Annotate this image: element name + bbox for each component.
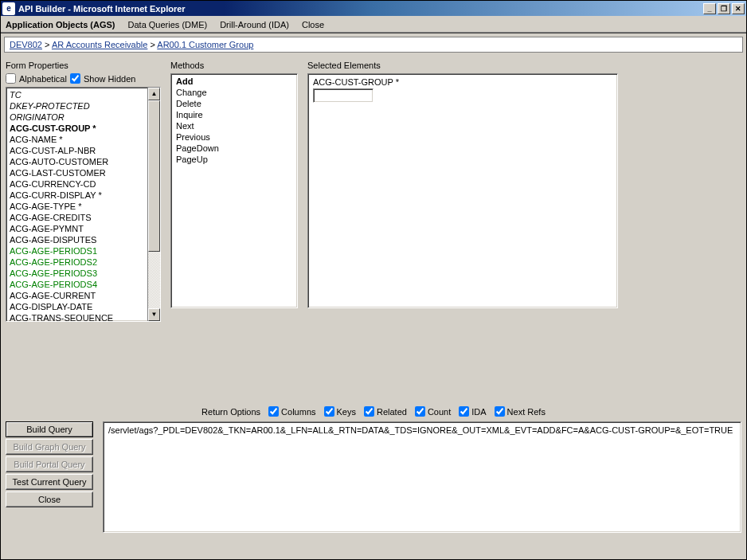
form-properties-label: Form Properties <box>6 61 161 70</box>
return-opt-keys[interactable]: Keys <box>324 406 356 417</box>
form-property-item[interactable]: DKEY-PROTECTED <box>10 100 144 112</box>
form-properties-list[interactable]: TCDKEY-PROTECTEDORIGINATORACG-CUST-GROUP… <box>6 87 161 322</box>
form-property-item[interactable]: TC <box>10 89 144 100</box>
window-title: API Builder - Microsoft Internet Explore… <box>18 4 702 14</box>
minimize-icon: _ <box>707 5 711 13</box>
form-property-item[interactable]: ACG-AGE-PERIODS2 <box>10 257 144 268</box>
build-portal-query-button[interactable]: Build Portal Query <box>6 456 93 472</box>
scroll-thumb[interactable] <box>148 100 160 252</box>
return-options: Return Options Columns Keys Related Coun… <box>1 406 746 417</box>
close-window-button[interactable]: ✕ <box>732 3 745 14</box>
return-opt-count[interactable]: Count <box>415 406 451 417</box>
form-property-item[interactable]: ACG-AGE-PERIODS3 <box>10 268 144 279</box>
return-opt-nextrefs[interactable]: Next Refs <box>495 406 546 417</box>
scroll-track[interactable] <box>148 100 160 308</box>
keys-checkbox[interactable] <box>324 406 334 417</box>
ida-checkbox[interactable] <box>459 406 469 417</box>
minimize-button[interactable]: _ <box>703 3 716 14</box>
selected-elements-panel: Selected Elements ACG-CUST-GROUP * <box>307 61 618 322</box>
method-item[interactable]: PageDown <box>176 143 292 154</box>
test-current-query-button[interactable]: Test Current Query <box>6 474 93 490</box>
breadcrumb-sep-1: > <box>147 40 157 49</box>
form-property-item[interactable]: ACG-LAST-CUSTOMER <box>10 167 144 178</box>
close-button[interactable]: Close <box>6 491 93 507</box>
form-property-item[interactable]: ACG-AGE-CURRENT <box>10 290 144 301</box>
form-property-item[interactable]: ACG-CURRENCY-CD <box>10 178 144 190</box>
selected-item-input[interactable] <box>313 88 374 103</box>
menubar: Application Objects (AGS) Data Queries (… <box>1 16 746 33</box>
method-item[interactable]: Change <box>176 87 292 98</box>
related-checkbox[interactable] <box>364 406 374 417</box>
query-output[interactable]: /servlet/ags?_PDL=DEV802&_TKN=AR00.1&_LF… <box>103 421 741 533</box>
methods-label: Methods <box>170 61 298 70</box>
form-property-item[interactable]: ACG-DISPLAY-DATE <box>10 301 144 312</box>
form-property-item[interactable]: ACG-CUST-GROUP * <box>10 123 144 134</box>
alphabetical-label[interactable]: Alphabetical <box>19 74 67 84</box>
restore-icon: ❐ <box>721 5 727 13</box>
build-graph-query-button[interactable]: Build Graph Query <box>6 439 93 455</box>
form-property-item[interactable]: ACG-AGE-PYMNT <box>10 223 144 234</box>
close-icon: ✕ <box>735 5 741 13</box>
form-property-item[interactable]: ACG-TRANS-SEQUENCE <box>10 312 144 321</box>
methods-panel: Methods AddChangeDeleteInquireNextPrevio… <box>170 61 298 322</box>
selected-item-label: ACG-CUST-GROUP * <box>313 77 399 87</box>
method-item[interactable]: Inquire <box>176 109 292 120</box>
breadcrumb: DEV802 > AR Accounts Receivable > AR00.1… <box>4 37 743 53</box>
breadcrumb-item-0[interactable]: DEV802 <box>10 40 42 49</box>
menu-close[interactable]: Close <box>302 20 324 29</box>
workarea: Form Properties Alphabetical Show Hidden… <box>1 56 746 327</box>
method-item[interactable]: Next <box>176 120 292 131</box>
form-property-item[interactable]: ORIGINATOR <box>10 112 144 123</box>
breadcrumb-item-2[interactable]: AR00.1 Customer Group <box>157 40 253 49</box>
bottom-row: Build Query Build Graph Query Build Port… <box>1 417 746 538</box>
form-property-item[interactable]: ACG-AGE-TYPE * <box>10 201 144 212</box>
ie-icon: e <box>2 2 15 15</box>
selected-item-0[interactable]: ACG-CUST-GROUP * <box>313 77 612 104</box>
alphabetical-checkbox[interactable] <box>6 73 16 84</box>
form-properties-panel: Form Properties Alphabetical Show Hidden… <box>6 61 161 322</box>
form-properties-scrollbar[interactable]: ▲ ▼ <box>147 88 160 321</box>
menu-app-objects[interactable]: Application Objects (AGS) <box>6 20 115 29</box>
return-opt-related[interactable]: Related <box>364 406 407 417</box>
method-item[interactable]: Previous <box>176 131 292 143</box>
restore-button[interactable]: ❐ <box>718 3 730 14</box>
selected-elements-label: Selected Elements <box>307 61 618 70</box>
form-property-item[interactable]: ACG-AUTO-CUSTOMER <box>10 156 144 167</box>
form-property-item[interactable]: ACG-AGE-PERIODS4 <box>10 279 144 290</box>
selected-elements-list[interactable]: ACG-CUST-GROUP * <box>307 73 618 308</box>
window-titlebar: e API Builder - Microsoft Internet Explo… <box>1 1 746 16</box>
methods-list[interactable]: AddChangeDeleteInquireNextPreviousPageDo… <box>170 73 298 308</box>
button-stack: Build Query Build Graph Query Build Port… <box>6 421 93 507</box>
menu-drill-around[interactable]: Drill-Around (IDA) <box>220 20 289 29</box>
form-property-item[interactable]: ACG-AGE-PERIODS1 <box>10 245 144 257</box>
method-item[interactable]: Add <box>176 76 292 87</box>
build-query-button[interactable]: Build Query <box>6 421 93 437</box>
menu-data-queries[interactable]: Data Queries (DME) <box>128 20 208 29</box>
return-opt-ida[interactable]: IDA <box>459 406 486 417</box>
method-item[interactable]: Delete <box>176 98 292 109</box>
return-options-label: Return Options <box>201 407 260 417</box>
breadcrumb-sep-0: > <box>42 40 52 49</box>
form-property-item[interactable]: ACG-AGE-CREDITS <box>10 212 144 223</box>
form-property-item[interactable]: ACG-NAME * <box>10 134 144 145</box>
show-hidden-label[interactable]: Show Hidden <box>84 74 135 84</box>
count-checkbox[interactable] <box>415 406 425 417</box>
form-properties-options: Alphabetical Show Hidden <box>6 73 161 84</box>
columns-checkbox[interactable] <box>268 406 279 417</box>
scroll-up-button[interactable]: ▲ <box>148 88 160 100</box>
nextrefs-checkbox[interactable] <box>495 406 505 417</box>
form-property-item[interactable]: ACG-AGE-DISPUTES <box>10 234 144 245</box>
method-item[interactable]: PageUp <box>176 154 292 165</box>
form-property-item[interactable]: ACG-CURR-DISPLAY * <box>10 190 144 201</box>
window-controls: _ ❐ ✕ <box>702 3 745 14</box>
show-hidden-checkbox[interactable] <box>70 73 80 84</box>
scroll-down-button[interactable]: ▼ <box>148 308 160 321</box>
breadcrumb-item-1[interactable]: AR Accounts Receivable <box>52 40 147 49</box>
return-opt-columns[interactable]: Columns <box>268 406 315 417</box>
form-property-item[interactable]: ACG-CUST-ALP-NBR <box>10 145 144 156</box>
